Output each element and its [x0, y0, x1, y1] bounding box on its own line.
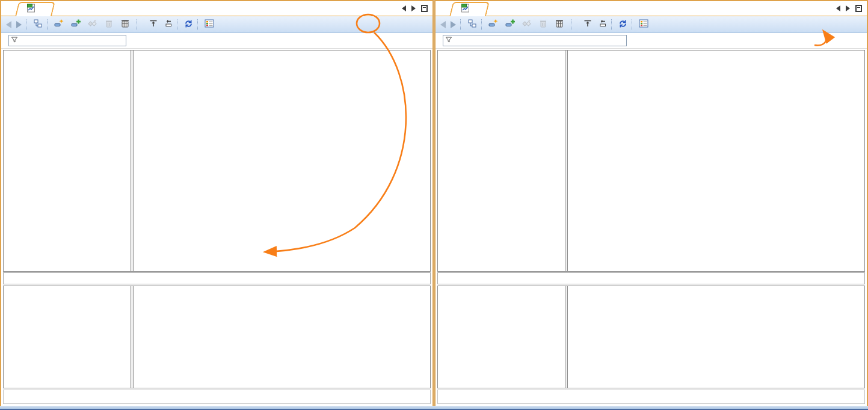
filter-row: [436, 33, 867, 49]
bar-actions-dropdown[interactable]: [141, 23, 146, 26]
add-new-button[interactable]: [486, 17, 503, 31]
remove-from-chart-button[interactable]: [118, 17, 135, 31]
tabs-list-icon[interactable]: [855, 5, 862, 12]
toolbar-separator: [460, 19, 463, 30]
capability-gantt: [3, 50, 431, 272]
legend-button[interactable]: [202, 18, 219, 31]
gantt-chart-tab-icon: [26, 3, 35, 15]
tab-navigation: [402, 5, 428, 12]
keep-default-position-button[interactable]: [146, 17, 161, 31]
keep-default-position-icon: [149, 19, 158, 30]
toolbar-separator: [197, 19, 200, 30]
refresh-button[interactable]: [182, 18, 195, 31]
back-icon: [6, 21, 11, 28]
gantt-chart-tab-icon: [461, 3, 470, 15]
filter-funnel-icon: [11, 36, 18, 45]
tab-bar: [1, 1, 432, 16]
remove-from-chart-icon: [555, 19, 564, 30]
legend-icon: [639, 19, 648, 29]
tabs-list-icon[interactable]: [421, 5, 428, 12]
toolbar-separator: [632, 19, 635, 30]
provision-gantt: [437, 286, 865, 388]
toolbar-separator: [571, 19, 574, 30]
forward-icon: [16, 21, 22, 28]
keep-default-position-icon: [583, 19, 593, 30]
bar-actions-dropdown[interactable]: [576, 23, 580, 26]
add-new-icon: [488, 19, 498, 30]
add-existing-button[interactable]: [69, 17, 85, 31]
capability-gantt: [437, 50, 865, 272]
move-bar-left-icon: [597, 19, 607, 30]
filter-input[interactable]: [443, 35, 627, 46]
capability-list: [4, 50, 131, 271]
back-button[interactable]: [438, 20, 448, 29]
toolbar: [1, 16, 432, 33]
filter-row: [1, 33, 432, 49]
description-footer: [3, 390, 431, 404]
panel-left: [0, 0, 434, 407]
refresh-icon: [618, 19, 627, 30]
move-bar-left-button[interactable]: [161, 17, 175, 31]
toolbar: [436, 16, 867, 33]
show-structure-button[interactable]: [31, 17, 45, 31]
tab-strategic-phasing[interactable]: [451, 2, 488, 16]
back-icon: [440, 21, 446, 28]
toolbar-separator: [47, 19, 50, 30]
legend-icon: [205, 19, 214, 29]
toolbar-separator: [611, 19, 614, 30]
refresh-icon: [184, 19, 193, 30]
structure-icon: [467, 19, 477, 30]
move-bar-left-icon: [163, 19, 173, 30]
panel-right: [434, 0, 868, 407]
status-bar: [437, 272, 865, 284]
refresh-button[interactable]: [616, 18, 630, 31]
keep-default-position-button[interactable]: [580, 17, 595, 31]
add-new-button[interactable]: [52, 17, 69, 31]
trash-icon: [539, 19, 547, 30]
tab-bar: [436, 1, 867, 16]
forward-button[interactable]: [448, 20, 458, 29]
provision-gantt-chart: [134, 286, 430, 388]
provision-gantt: [3, 286, 431, 388]
toolbar-separator: [137, 19, 140, 30]
capability-list: [438, 50, 565, 271]
add-existing-icon: [71, 19, 81, 30]
display-all-button[interactable]: [520, 17, 537, 31]
application-window: [0, 0, 868, 410]
show-structure-button[interactable]: [465, 17, 479, 31]
display-all-icon: [88, 19, 97, 30]
description-footer: [437, 390, 865, 404]
provision-list: [4, 286, 131, 388]
structure-icon: [33, 19, 43, 30]
tab-strategic-phasing[interactable]: [17, 2, 54, 16]
toolbar-separator: [26, 19, 29, 30]
tab-navigation: [836, 5, 862, 12]
toolbar-separator: [481, 19, 484, 30]
display-all-button[interactable]: [85, 17, 102, 31]
toolbar-separator: [177, 19, 180, 30]
tabs-scroll-right-icon[interactable]: [411, 5, 416, 11]
legend-button[interactable]: [636, 18, 653, 31]
capability-gantt-chart: [134, 50, 430, 271]
trash-icon: [105, 19, 113, 30]
delete-button[interactable]: [537, 18, 552, 31]
display-all-icon: [522, 19, 532, 30]
tabs-scroll-right-icon[interactable]: [846, 5, 850, 11]
forward-icon: [451, 21, 456, 28]
status-bar: [3, 272, 431, 284]
filter-input[interactable]: [8, 35, 126, 46]
add-new-icon: [54, 19, 64, 30]
move-bar-left-button[interactable]: [595, 17, 609, 31]
filter-funnel-icon: [445, 36, 452, 45]
provision-list: [438, 286, 565, 388]
back-button[interactable]: [4, 20, 14, 29]
add-existing-icon: [505, 19, 515, 30]
tabs-scroll-left-icon[interactable]: [402, 5, 406, 11]
provision-gantt-chart: [568, 286, 864, 388]
add-existing-button[interactable]: [503, 17, 520, 31]
delete-button[interactable]: [102, 18, 118, 31]
tabs-scroll-left-icon[interactable]: [836, 5, 840, 11]
forward-button[interactable]: [14, 20, 24, 29]
capability-gantt-chart: [568, 50, 864, 271]
remove-from-chart-button[interactable]: [552, 17, 569, 31]
